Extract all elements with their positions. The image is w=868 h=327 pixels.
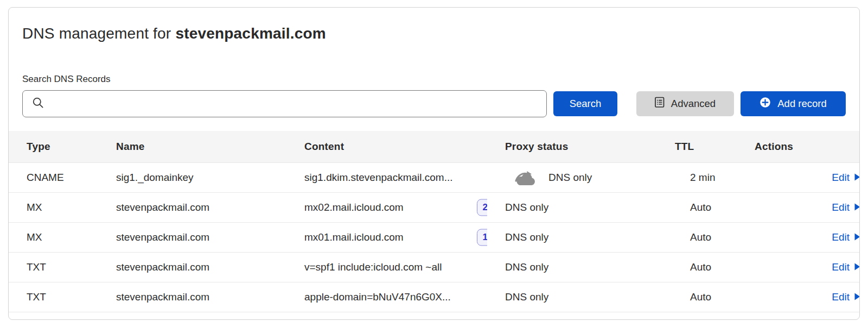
record-proxy-status: DNS only bbox=[487, 222, 657, 252]
page-title-domain: stevenpackmail.com bbox=[175, 25, 326, 42]
advanced-button[interactable]: Advanced bbox=[636, 91, 734, 116]
record-content: mx01.mail.icloud.com10 bbox=[286, 222, 487, 252]
record-proxy-status: DNS only bbox=[487, 162, 657, 192]
search-box[interactable] bbox=[22, 90, 547, 117]
record-ttl: Auto bbox=[657, 282, 737, 312]
record-type: TXT bbox=[9, 282, 98, 312]
record-proxy-status: DNS only bbox=[487, 252, 657, 282]
record-content: apple-domain=bNuV47n6G0X... bbox=[286, 282, 487, 312]
page-title: DNS management for stevenpackmail.com bbox=[22, 24, 846, 43]
column-header-name: Name bbox=[98, 131, 286, 162]
record-ttl: Auto bbox=[657, 252, 737, 282]
record-type: CNAME bbox=[9, 162, 98, 192]
mx-priority-badge: 10 bbox=[477, 229, 487, 246]
edit-record-link[interactable]: Edit bbox=[832, 291, 860, 303]
page-title-prefix: DNS management for bbox=[22, 25, 175, 42]
table-row: MX stevenpackmail.com mx01.mail.icloud.c… bbox=[9, 222, 860, 252]
record-name: stevenpackmail.com bbox=[98, 252, 286, 282]
record-content: mx02.mail.icloud.com20 bbox=[286, 192, 487, 222]
dns-management-panel: DNS management for stevenpackmail.com Se… bbox=[8, 7, 860, 320]
record-name: stevenpackmail.com bbox=[98, 282, 286, 312]
edit-record-link[interactable]: Edit bbox=[832, 202, 860, 213]
search-toolbar: Search Advanced Add record bbox=[22, 90, 846, 117]
record-ttl: 2 min bbox=[657, 162, 737, 192]
table-row: MX stevenpackmail.com mx02.mail.icloud.c… bbox=[9, 192, 860, 222]
caret-right-icon bbox=[850, 291, 860, 303]
record-content: v=spf1 include:icloud.com ~all bbox=[286, 252, 487, 282]
record-type: TXT bbox=[9, 252, 98, 282]
record-name: stevenpackmail.com bbox=[98, 192, 286, 222]
search-dns-records-label: Search DNS Records bbox=[22, 73, 846, 85]
caret-right-icon bbox=[850, 202, 860, 213]
plus-circle-icon bbox=[760, 97, 777, 111]
search-input[interactable] bbox=[49, 98, 539, 110]
column-header-type: Type bbox=[9, 131, 98, 162]
edit-record-link[interactable]: Edit bbox=[832, 231, 860, 243]
search-icon bbox=[32, 97, 44, 111]
table-row: CNAME sig1._domainkey sig1.dkim.stevenpa… bbox=[9, 162, 860, 192]
caret-right-icon bbox=[850, 261, 860, 273]
caret-right-icon bbox=[850, 172, 860, 184]
record-name: stevenpackmail.com bbox=[98, 222, 286, 252]
record-ttl: Auto bbox=[657, 192, 737, 222]
table-row: TXT stevenpackmail.com apple-domain=bNuV… bbox=[9, 282, 860, 312]
record-content: sig1.dkim.stevenpackmail.com... bbox=[286, 162, 487, 192]
column-header-content: Content bbox=[286, 131, 487, 162]
edit-record-link[interactable]: Edit bbox=[832, 261, 860, 273]
mx-priority-badge: 20 bbox=[477, 199, 487, 216]
caret-right-icon bbox=[850, 231, 860, 243]
record-ttl: Auto bbox=[657, 222, 737, 252]
record-proxy-status: DNS only bbox=[487, 192, 657, 222]
add-record-button[interactable]: Add record bbox=[741, 91, 846, 116]
column-header-ttl: TTL bbox=[657, 131, 737, 162]
record-type: MX bbox=[9, 192, 98, 222]
column-header-actions: Actions bbox=[737, 131, 860, 162]
edit-record-link[interactable]: Edit bbox=[832, 172, 860, 184]
search-button[interactable]: Search bbox=[553, 91, 617, 116]
dns-records-table: Type Name Content Proxy status TTL Actio… bbox=[9, 131, 860, 312]
table-header-row: Type Name Content Proxy status TTL Actio… bbox=[9, 131, 860, 162]
record-proxy-status: DNS only bbox=[487, 282, 657, 312]
record-name: sig1._domainkey bbox=[98, 162, 286, 192]
record-type: MX bbox=[9, 222, 98, 252]
column-header-proxy-status: Proxy status bbox=[487, 131, 657, 162]
dns-only-cloud-icon bbox=[513, 169, 538, 186]
list-document-icon bbox=[655, 97, 671, 111]
table-row: TXT stevenpackmail.com v=spf1 include:ic… bbox=[9, 252, 860, 282]
